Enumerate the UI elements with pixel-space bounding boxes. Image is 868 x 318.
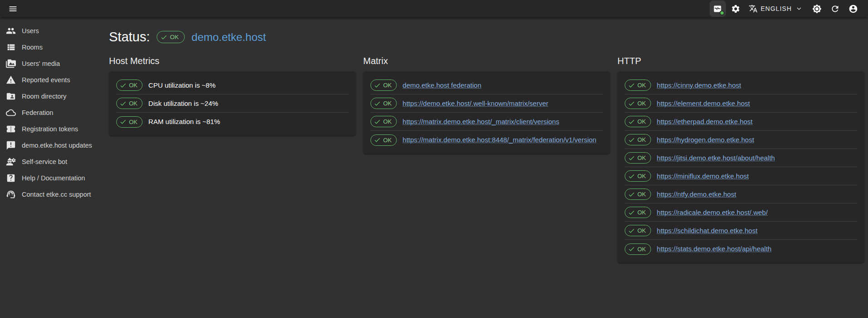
ok-badge-label: OK bbox=[637, 173, 646, 179]
ok-badge-label: OK bbox=[637, 227, 646, 234]
sidebar-item-rooms[interactable]: Rooms bbox=[0, 39, 91, 55]
check-icon bbox=[628, 173, 635, 180]
check-icon bbox=[628, 191, 635, 198]
gear-icon bbox=[731, 4, 740, 14]
sidebar: UsersRoomsUsers' mediaReported eventsRoo… bbox=[0, 17, 91, 318]
status-list-row: OK https://matrix.demo.etke.host:8448/_m… bbox=[370, 131, 603, 149]
refresh-icon bbox=[830, 4, 840, 14]
status-link[interactable]: https://radicale.demo.etke.host/.web/ bbox=[657, 208, 768, 218]
sidebar-item-label: Self-service bot bbox=[22, 158, 67, 165]
ok-badge-label: OK bbox=[637, 82, 646, 89]
status-link[interactable]: https://matrix.demo.etke.host:8448/_matr… bbox=[403, 135, 597, 145]
check-icon bbox=[374, 82, 381, 89]
ok-badge-label: OK bbox=[637, 154, 646, 161]
sidebar-item-label: Users' media bbox=[22, 60, 60, 67]
status-list-row: OK https://etherpad.demo.etke.host bbox=[625, 113, 857, 131]
sidebar-item-users-media[interactable]: Users' media bbox=[0, 55, 91, 72]
check-icon bbox=[628, 82, 635, 89]
status-list-row: OK https://miniflux.demo.etke.host bbox=[625, 167, 857, 185]
sidebar-item-label: demo.etke.host updates bbox=[22, 142, 92, 149]
sidebar-item-room-directory[interactable]: Room directory bbox=[0, 88, 91, 104]
ok-badge: OK bbox=[370, 116, 397, 127]
section-card: OK CPU utilization is ~8% OK Disk utiliz… bbox=[109, 71, 356, 136]
status-link[interactable]: https://schildichat.demo.etke.host bbox=[657, 226, 758, 236]
status-badge: OK bbox=[157, 31, 185, 43]
check-icon bbox=[628, 118, 635, 125]
server-status-button[interactable] bbox=[710, 0, 726, 17]
ok-badge: OK bbox=[625, 207, 651, 218]
sidebar-item-demo-etke-host-updates[interactable]: demo.etke.host updates bbox=[0, 137, 91, 154]
status-link[interactable]: https://miniflux.demo.etke.host bbox=[657, 171, 749, 181]
translate-icon bbox=[749, 4, 758, 13]
status-list-row: OK https://cinny.demo.etke.host bbox=[625, 76, 857, 94]
sidebar-item-users[interactable]: Users bbox=[0, 23, 91, 39]
app-bar: ENGLISH bbox=[0, 0, 868, 17]
users-icon bbox=[6, 26, 16, 36]
sidebar-item-help-documentation[interactable]: Help / Documentation bbox=[0, 170, 91, 186]
theme-toggle-button[interactable] bbox=[809, 0, 825, 17]
sidebar-item-contact-etke-cc-support[interactable]: Contact etke.cc support bbox=[0, 186, 91, 203]
language-select[interactable]: ENGLISH bbox=[749, 4, 803, 13]
menu-button[interactable] bbox=[5, 0, 21, 17]
federation-icon bbox=[6, 108, 16, 118]
sidebar-item-federation[interactable]: Federation bbox=[0, 104, 91, 121]
refresh-button[interactable] bbox=[827, 0, 843, 17]
status-heading: Status: OK demo.etke.host bbox=[109, 30, 864, 45]
tokens-icon bbox=[6, 124, 16, 134]
status-link[interactable]: https://ntfy.demo.etke.host bbox=[657, 189, 736, 199]
status-link[interactable]: https://hydrogen.demo.etke.host bbox=[657, 135, 754, 145]
ok-badge: OK bbox=[625, 170, 651, 182]
section-card: OK demo.etke.host federation OK https://… bbox=[363, 71, 610, 154]
sidebar-item-label: Users bbox=[22, 27, 39, 35]
sidebar-item-self-service-bot[interactable]: Self-service bot bbox=[0, 154, 91, 170]
status-list-row: OK https://stats.demo.etke.host/api/heal… bbox=[625, 240, 857, 258]
sidebar-item-label: Rooms bbox=[22, 44, 43, 51]
page-title: Status: bbox=[109, 30, 150, 45]
ok-badge: OK bbox=[370, 134, 397, 146]
status-link[interactable]: https://cinny.demo.etke.host bbox=[657, 80, 741, 90]
sidebar-item-registration-tokens[interactable]: Registration tokens bbox=[0, 121, 91, 137]
status-link[interactable]: demo.etke.host federation bbox=[403, 80, 481, 90]
sidebar-item-label: Help / Documentation bbox=[22, 174, 85, 182]
language-label: ENGLISH bbox=[761, 5, 792, 12]
check-icon bbox=[628, 136, 635, 144]
status-link[interactable]: https://matrix.demo.etke.host/_matrix/cl… bbox=[403, 117, 559, 127]
check-icon bbox=[628, 154, 635, 162]
status-link[interactable]: https://etherpad.demo.etke.host bbox=[657, 117, 753, 127]
check-icon bbox=[628, 245, 635, 253]
status-link[interactable]: https://demo.etke.host/.well-known/matri… bbox=[403, 99, 548, 109]
sidebar-item-label: Contact etke.cc support bbox=[22, 191, 91, 198]
check-icon bbox=[119, 118, 127, 125]
check-icon bbox=[374, 118, 381, 125]
ok-badge: OK bbox=[625, 80, 651, 91]
settings-button[interactable] bbox=[728, 0, 744, 17]
status-list-row: OK Disk utilization is ~24% bbox=[116, 94, 349, 113]
status-link[interactable]: https://stats.demo.etke.host/api/health bbox=[657, 244, 772, 254]
status-link[interactable]: https://jitsi.demo.etke.host/about/healt… bbox=[657, 153, 775, 163]
host-link[interactable]: demo.etke.host bbox=[192, 31, 266, 44]
status-list-row: OK https://matrix.demo.etke.host/_matrix… bbox=[370, 113, 603, 131]
status-text: Disk utilization is ~24% bbox=[148, 99, 218, 109]
check-icon bbox=[628, 100, 635, 107]
ok-badge-label: OK bbox=[383, 82, 392, 89]
ok-badge-label: OK bbox=[637, 136, 646, 143]
account-button[interactable] bbox=[845, 0, 861, 17]
status-badge-label: OK bbox=[170, 34, 179, 40]
support-icon bbox=[6, 189, 16, 199]
section-http: HTTP OK https://cinny.demo.etke.host OK … bbox=[617, 45, 864, 263]
status-link[interactable]: https://element.demo.etke.host bbox=[657, 99, 750, 109]
ok-badge: OK bbox=[625, 225, 651, 236]
brightness-icon bbox=[812, 4, 822, 14]
status-list-row: OK demo.etke.host federation bbox=[370, 76, 603, 94]
sidebar-item-label: Federation bbox=[22, 109, 53, 116]
status-list-row: OK https://ntfy.demo.etke.host bbox=[625, 185, 857, 204]
ok-badge: OK bbox=[625, 134, 651, 145]
room-directory-icon bbox=[6, 91, 16, 101]
ok-badge-label: OK bbox=[637, 191, 646, 198]
section-card: OK https://cinny.demo.etke.host OK https… bbox=[617, 71, 864, 263]
status-list-row: OK https://element.demo.etke.host bbox=[625, 94, 857, 113]
sidebar-item-reported-events[interactable]: Reported events bbox=[0, 72, 91, 88]
ok-badge-label: OK bbox=[637, 100, 646, 107]
ok-badge: OK bbox=[625, 152, 651, 164]
status-list-row: OK https://hydrogen.demo.etke.host bbox=[625, 131, 857, 149]
